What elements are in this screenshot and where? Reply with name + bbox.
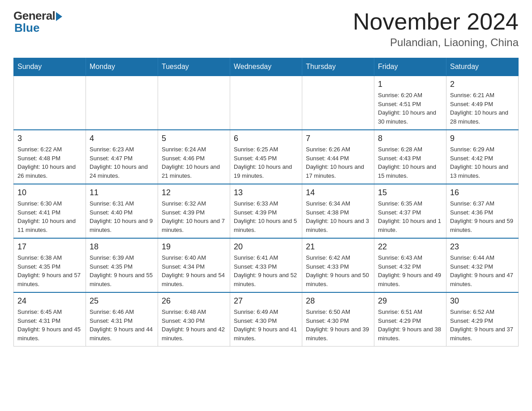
- day-info: Sunrise: 6:28 AMSunset: 4:43 PMDaylight:…: [378, 145, 442, 180]
- day-number: 21: [306, 242, 370, 252]
- calendar-cell: 24Sunrise: 6:45 AMSunset: 4:31 PMDayligh…: [14, 292, 86, 347]
- day-number: 2: [450, 80, 515, 89]
- day-info: Sunrise: 6:43 AMSunset: 4:32 PMDaylight:…: [378, 253, 442, 288]
- calendar-cell: 7Sunrise: 6:26 AMSunset: 4:44 PMDaylight…: [302, 130, 374, 184]
- day-number: 10: [17, 188, 82, 197]
- calendar-cell: 10Sunrise: 6:30 AMSunset: 4:41 PMDayligh…: [14, 184, 86, 238]
- day-number: 29: [378, 296, 442, 306]
- week-row-4: 17Sunrise: 6:38 AMSunset: 4:35 PMDayligh…: [14, 238, 519, 292]
- calendar-cell: 12Sunrise: 6:32 AMSunset: 4:39 PMDayligh…: [158, 184, 230, 238]
- day-number: 22: [378, 242, 442, 252]
- logo: General Blue: [13, 9, 62, 35]
- day-number: 30: [450, 296, 515, 306]
- calendar-cell: 4Sunrise: 6:23 AMSunset: 4:47 PMDaylight…: [86, 130, 158, 184]
- logo-blue-text: Blue: [14, 21, 39, 35]
- calendar-cell: [302, 76, 374, 130]
- calendar-cell: 26Sunrise: 6:48 AMSunset: 4:30 PMDayligh…: [158, 292, 230, 347]
- day-info: Sunrise: 6:45 AMSunset: 4:31 PMDaylight:…: [17, 308, 82, 342]
- day-number: 13: [234, 188, 298, 197]
- week-row-2: 3Sunrise: 6:22 AMSunset: 4:48 PMDaylight…: [14, 130, 519, 184]
- day-info: Sunrise: 6:21 AMSunset: 4:49 PMDaylight:…: [450, 91, 515, 126]
- day-number: 15: [378, 188, 442, 197]
- day-number: 17: [17, 242, 82, 252]
- day-info: Sunrise: 6:26 AMSunset: 4:44 PMDaylight:…: [306, 145, 370, 180]
- day-number: 26: [162, 296, 226, 306]
- calendar-cell: 28Sunrise: 6:50 AMSunset: 4:30 PMDayligh…: [302, 292, 374, 347]
- day-info: Sunrise: 6:52 AMSunset: 4:29 PMDaylight:…: [450, 308, 515, 342]
- calendar-cell: 16Sunrise: 6:37 AMSunset: 4:36 PMDayligh…: [446, 184, 519, 238]
- day-info: Sunrise: 6:31 AMSunset: 4:40 PMDaylight:…: [90, 199, 154, 234]
- day-info: Sunrise: 6:49 AMSunset: 4:30 PMDaylight:…: [234, 308, 298, 342]
- calendar-cell: 1Sunrise: 6:20 AMSunset: 4:51 PMDaylight…: [374, 76, 446, 130]
- day-number: 19: [162, 242, 226, 252]
- week-row-3: 10Sunrise: 6:30 AMSunset: 4:41 PMDayligh…: [14, 184, 519, 238]
- weekday-header-thursday: Thursday: [302, 58, 374, 76]
- day-info: Sunrise: 6:42 AMSunset: 4:33 PMDaylight:…: [306, 253, 370, 288]
- day-info: Sunrise: 6:29 AMSunset: 4:42 PMDaylight:…: [450, 145, 515, 180]
- calendar-cell: 15Sunrise: 6:35 AMSunset: 4:37 PMDayligh…: [374, 184, 446, 238]
- calendar-cell: 5Sunrise: 6:24 AMSunset: 4:46 PMDaylight…: [158, 130, 230, 184]
- day-info: Sunrise: 6:32 AMSunset: 4:39 PMDaylight:…: [162, 199, 226, 234]
- logo-triangle-icon: [56, 12, 62, 21]
- day-info: Sunrise: 6:25 AMSunset: 4:45 PMDaylight:…: [234, 145, 298, 180]
- day-number: 24: [17, 296, 82, 306]
- day-number: 25: [90, 296, 154, 306]
- calendar-cell: 18Sunrise: 6:39 AMSunset: 4:35 PMDayligh…: [86, 238, 158, 292]
- day-number: 11: [90, 188, 154, 197]
- calendar-cell: 20Sunrise: 6:41 AMSunset: 4:33 PMDayligh…: [230, 238, 302, 292]
- day-number: 27: [234, 296, 298, 306]
- day-info: Sunrise: 6:51 AMSunset: 4:29 PMDaylight:…: [378, 308, 442, 342]
- calendar-cell: 22Sunrise: 6:43 AMSunset: 4:32 PMDayligh…: [374, 238, 446, 292]
- calendar-cell: 6Sunrise: 6:25 AMSunset: 4:45 PMDaylight…: [230, 130, 302, 184]
- day-info: Sunrise: 6:37 AMSunset: 4:36 PMDaylight:…: [450, 199, 515, 234]
- weekday-header-sunday: Sunday: [14, 58, 86, 76]
- day-info: Sunrise: 6:23 AMSunset: 4:47 PMDaylight:…: [90, 145, 154, 180]
- weekday-header-monday: Monday: [86, 58, 158, 76]
- weekday-header-wednesday: Wednesday: [230, 58, 302, 76]
- weekday-header-tuesday: Tuesday: [158, 58, 230, 76]
- title-block: November 2024 Pulandian, Liaoning, China: [353, 9, 519, 49]
- day-info: Sunrise: 6:44 AMSunset: 4:32 PMDaylight:…: [450, 253, 515, 288]
- weekday-header-friday: Friday: [374, 58, 446, 76]
- day-number: 5: [162, 134, 226, 143]
- week-row-1: 1Sunrise: 6:20 AMSunset: 4:51 PMDaylight…: [14, 76, 519, 130]
- day-info: Sunrise: 6:33 AMSunset: 4:39 PMDaylight:…: [234, 199, 298, 234]
- calendar-cell: 27Sunrise: 6:49 AMSunset: 4:30 PMDayligh…: [230, 292, 302, 347]
- calendar-cell: 14Sunrise: 6:34 AMSunset: 4:38 PMDayligh…: [302, 184, 374, 238]
- day-number: 1: [378, 80, 442, 89]
- day-number: 16: [450, 188, 515, 197]
- day-info: Sunrise: 6:46 AMSunset: 4:31 PMDaylight:…: [90, 308, 154, 342]
- calendar-cell: [86, 76, 158, 130]
- day-info: Sunrise: 6:50 AMSunset: 4:30 PMDaylight:…: [306, 308, 370, 342]
- calendar-cell: 30Sunrise: 6:52 AMSunset: 4:29 PMDayligh…: [446, 292, 519, 347]
- page-header: General Blue November 2024 Pulandian, Li…: [13, 9, 519, 49]
- calendar-cell: [14, 76, 86, 130]
- calendar-cell: 2Sunrise: 6:21 AMSunset: 4:49 PMDaylight…: [446, 76, 519, 130]
- day-number: 28: [306, 296, 370, 306]
- day-info: Sunrise: 6:30 AMSunset: 4:41 PMDaylight:…: [17, 199, 82, 234]
- day-info: Sunrise: 6:22 AMSunset: 4:48 PMDaylight:…: [17, 145, 82, 180]
- day-info: Sunrise: 6:24 AMSunset: 4:46 PMDaylight:…: [162, 145, 226, 180]
- day-number: 7: [306, 134, 370, 143]
- calendar-cell: 29Sunrise: 6:51 AMSunset: 4:29 PMDayligh…: [374, 292, 446, 347]
- day-info: Sunrise: 6:40 AMSunset: 4:34 PMDaylight:…: [162, 253, 226, 288]
- day-number: 23: [450, 242, 515, 252]
- calendar-cell: 17Sunrise: 6:38 AMSunset: 4:35 PMDayligh…: [14, 238, 86, 292]
- calendar-cell: [158, 76, 230, 130]
- weekday-header-saturday: Saturday: [446, 58, 519, 76]
- day-info: Sunrise: 6:35 AMSunset: 4:37 PMDaylight:…: [378, 199, 442, 234]
- calendar-table: SundayMondayTuesdayWednesdayThursdayFrid…: [13, 58, 519, 347]
- day-info: Sunrise: 6:39 AMSunset: 4:35 PMDaylight:…: [90, 253, 154, 288]
- day-info: Sunrise: 6:38 AMSunset: 4:35 PMDaylight:…: [17, 253, 82, 288]
- day-info: Sunrise: 6:20 AMSunset: 4:51 PMDaylight:…: [378, 91, 442, 126]
- day-number: 8: [378, 134, 442, 143]
- calendar-cell: 11Sunrise: 6:31 AMSunset: 4:40 PMDayligh…: [86, 184, 158, 238]
- day-number: 18: [90, 242, 154, 252]
- calendar-cell: 25Sunrise: 6:46 AMSunset: 4:31 PMDayligh…: [86, 292, 158, 347]
- calendar-cell: 3Sunrise: 6:22 AMSunset: 4:48 PMDaylight…: [14, 130, 86, 184]
- day-info: Sunrise: 6:48 AMSunset: 4:30 PMDaylight:…: [162, 308, 226, 342]
- day-info: Sunrise: 6:34 AMSunset: 4:38 PMDaylight:…: [306, 199, 370, 234]
- calendar-cell: 23Sunrise: 6:44 AMSunset: 4:32 PMDayligh…: [446, 238, 519, 292]
- location-subtitle: Pulandian, Liaoning, China: [353, 36, 519, 49]
- calendar-cell: 19Sunrise: 6:40 AMSunset: 4:34 PMDayligh…: [158, 238, 230, 292]
